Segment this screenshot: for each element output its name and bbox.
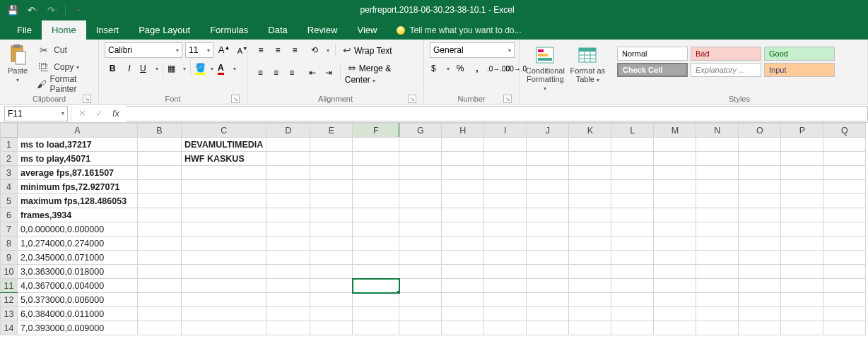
- formula-input[interactable]: [127, 106, 868, 121]
- cell-C9[interactable]: [182, 251, 266, 265]
- cell-I13[interactable]: [484, 307, 527, 321]
- cell-E7[interactable]: [310, 222, 353, 237]
- cell-D4[interactable]: [266, 180, 310, 194]
- cell-E9[interactable]: [310, 251, 353, 265]
- cell-Q1[interactable]: [823, 138, 866, 152]
- cell-E8[interactable]: [310, 237, 353, 251]
- cell-N12[interactable]: [696, 293, 739, 307]
- cell-O13[interactable]: [739, 307, 781, 321]
- cell-F11[interactable]: [353, 279, 399, 293]
- row-header-7[interactable]: 7: [1, 222, 18, 237]
- cell-Q10[interactable]: [823, 265, 866, 279]
- cell-C11[interactable]: [182, 279, 266, 293]
- cell-A2[interactable]: ms to play,45071: [18, 152, 138, 166]
- cell-B12[interactable]: [138, 293, 182, 307]
- cell-K1[interactable]: [569, 138, 611, 152]
- cell-N11[interactable]: [696, 279, 739, 293]
- cell-K5[interactable]: [569, 194, 611, 208]
- cell-D5[interactable]: [266, 194, 310, 208]
- cell-P14[interactable]: [781, 321, 823, 335]
- cell-K10[interactable]: [569, 265, 611, 279]
- cell-E2[interactable]: [310, 152, 353, 166]
- cell-D1[interactable]: [266, 138, 310, 152]
- cell-H7[interactable]: [442, 222, 484, 237]
- cell-Q3[interactable]: [823, 166, 866, 180]
- cell-P5[interactable]: [781, 194, 823, 208]
- cell-G7[interactable]: [399, 222, 442, 237]
- cell-P7[interactable]: [781, 222, 823, 237]
- cell-M12[interactable]: [654, 293, 696, 307]
- cell-M6[interactable]: [654, 208, 696, 222]
- col-header-M[interactable]: M: [654, 124, 696, 138]
- grow-font-button[interactable]: A▲: [216, 42, 232, 58]
- cell-B13[interactable]: [138, 307, 182, 321]
- format-as-table-button[interactable]: Format as Table ▾: [570, 42, 606, 84]
- cell-A12[interactable]: 5,0.373000,0.006000: [18, 293, 138, 307]
- tab-formulas[interactable]: Formulas: [200, 20, 258, 40]
- clipboard-dialog-launcher[interactable]: ↘: [83, 95, 91, 103]
- cell-I9[interactable]: [484, 251, 527, 265]
- cell-N3[interactable]: [696, 166, 739, 180]
- cell-B11[interactable]: [138, 279, 182, 293]
- border-button[interactable]: ▦▾: [166, 61, 187, 76]
- cell-Q6[interactable]: [823, 208, 866, 222]
- cell-G6[interactable]: [399, 208, 442, 222]
- worksheet-grid[interactable]: ABCDEFGHIJKLMNOPQ1ms to load,37217DEVAMU…: [0, 123, 868, 335]
- cell-E14[interactable]: [310, 321, 353, 335]
- cell-J6[interactable]: [527, 208, 569, 222]
- number-format-combo[interactable]: General▾: [430, 42, 515, 58]
- cell-O3[interactable]: [739, 166, 781, 180]
- cell-J10[interactable]: [527, 265, 569, 279]
- cell-N9[interactable]: [696, 251, 739, 265]
- cell-O8[interactable]: [739, 237, 781, 251]
- cell-N6[interactable]: [696, 208, 739, 222]
- font-name-combo[interactable]: Calibri▾: [105, 42, 182, 58]
- cell-L11[interactable]: [611, 279, 654, 293]
- cell-G1[interactable]: [399, 138, 442, 152]
- cell-M10[interactable]: [654, 265, 696, 279]
- cell-G9[interactable]: [399, 251, 442, 265]
- cell-F7[interactable]: [353, 222, 399, 237]
- select-all-corner[interactable]: [1, 124, 18, 138]
- cell-E6[interactable]: [310, 208, 353, 222]
- cell-D9[interactable]: [266, 251, 310, 265]
- cell-L7[interactable]: [611, 222, 654, 237]
- cell-O11[interactable]: [739, 279, 781, 293]
- cell-D2[interactable]: [266, 152, 310, 166]
- cell-O4[interactable]: [739, 180, 781, 194]
- cell-F8[interactable]: [353, 237, 399, 251]
- cell-K7[interactable]: [569, 222, 611, 237]
- cell-A4[interactable]: minimum fps,72.927071: [18, 180, 138, 194]
- cell-N13[interactable]: [696, 307, 739, 321]
- style-input[interactable]: Input: [764, 63, 835, 77]
- align-bottom-button[interactable]: ≡: [287, 42, 303, 58]
- align-left-button[interactable]: ≡: [253, 65, 267, 80]
- font-dialog-launcher[interactable]: ↘: [231, 95, 240, 103]
- cell-K2[interactable]: [569, 152, 611, 166]
- alignment-dialog-launcher[interactable]: ↘: [408, 95, 416, 103]
- cell-I6[interactable]: [484, 208, 527, 222]
- col-header-E[interactable]: E: [310, 124, 353, 138]
- cell-P13[interactable]: [781, 307, 823, 321]
- tab-view[interactable]: View: [347, 20, 387, 40]
- row-header-1[interactable]: 1: [1, 138, 18, 152]
- cell-B6[interactable]: [138, 208, 182, 222]
- style-explanatory[interactable]: Explanatory ...: [691, 63, 761, 77]
- cell-I8[interactable]: [484, 237, 527, 251]
- conditional-formatting-button[interactable]: Conditional Formatting ▾: [525, 42, 565, 92]
- col-header-N[interactable]: N: [696, 124, 739, 138]
- tab-file[interactable]: File: [7, 20, 42, 40]
- cell-C12[interactable]: [182, 293, 266, 307]
- cell-G11[interactable]: [399, 279, 442, 293]
- cell-A8[interactable]: 1,0.274000,0.274000: [18, 237, 138, 251]
- cell-F5[interactable]: [353, 194, 399, 208]
- cell-C7[interactable]: [182, 222, 266, 237]
- cell-C3[interactable]: [182, 166, 266, 180]
- cell-B7[interactable]: [138, 222, 182, 237]
- cell-F1[interactable]: [353, 138, 399, 152]
- cell-L1[interactable]: [611, 138, 654, 152]
- cell-G10[interactable]: [399, 265, 442, 279]
- increase-indent-button[interactable]: ⇥: [322, 65, 336, 80]
- col-header-B[interactable]: B: [138, 124, 182, 138]
- cell-B10[interactable]: [138, 265, 182, 279]
